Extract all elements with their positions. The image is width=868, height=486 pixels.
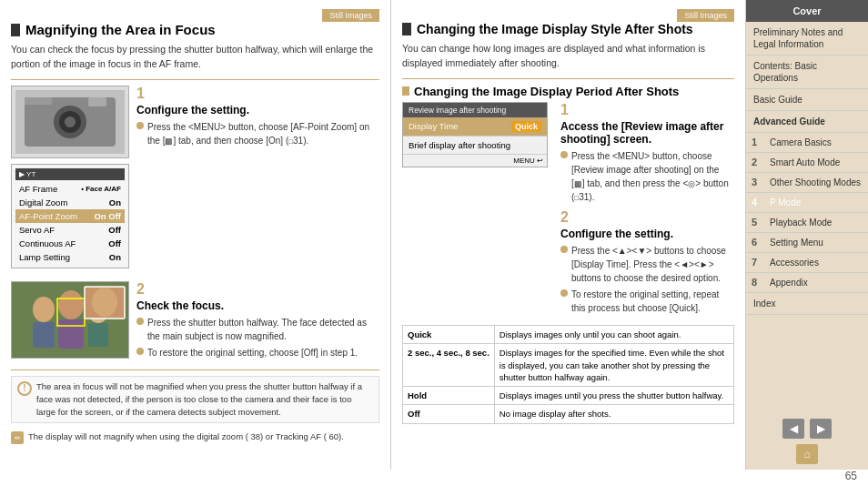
bullet-circle xyxy=(136,122,144,129)
sidebar-cover[interactable]: Cover xyxy=(746,0,868,22)
note-icon: ✏ xyxy=(11,431,24,444)
note-text: The display will not magnify when using … xyxy=(28,430,344,443)
step1-bullet1: Press the <MENU> button, choose [AF-Poin… xyxy=(136,120,379,148)
svg-rect-5 xyxy=(88,97,106,106)
main-content: Still Images Magnifying the Area in Focu… xyxy=(0,0,868,486)
right-step1-bullet-text: Press the <MENU> button, choose [Review … xyxy=(571,149,734,205)
warning-box: ! The area in focus will not be magnifie… xyxy=(11,376,379,424)
bullet-circle-r2b xyxy=(560,289,568,297)
right-menu-footer: MENU ↩ xyxy=(403,155,547,167)
right-subsection-title: Changing the Image Display Period After … xyxy=(402,85,734,98)
sidebar-item-basic[interactable]: Basic Guide xyxy=(746,89,868,111)
bullet-circle-r2a xyxy=(560,246,568,253)
table-row: Quick Displays images only until you can… xyxy=(403,326,734,344)
step2-content: 2 Check the focus. Press the shutter but… xyxy=(136,281,379,362)
sidebar: Cover Preliminary Notes and Legal Inform… xyxy=(745,0,868,470)
bullet-circle-2a xyxy=(136,318,144,325)
step2-bullet1: Press the shutter button halfway. The fa… xyxy=(136,316,379,343)
step2-bullet2-text: To restore the original setting, choose … xyxy=(147,346,358,359)
table-row: Off No image display after shots. xyxy=(403,405,734,423)
right-column: Still Images Changing the Image Display … xyxy=(391,0,745,470)
svg-point-16 xyxy=(92,288,117,317)
step1-content: 1 Configure the setting. Press the <MENU… xyxy=(136,86,379,274)
bullet-circle-2b xyxy=(136,348,144,355)
table-key: Hold xyxy=(403,387,495,405)
step2-bullet2: To restore the original setting, choose … xyxy=(136,346,379,359)
right-step2-bullet1: Press the <▲><▼> buttons to choose [Disp… xyxy=(560,244,734,285)
prev-button[interactable]: ◀ xyxy=(782,419,804,439)
warning-icon: ! xyxy=(17,381,32,396)
sidebar-item-prelim[interactable]: Preliminary Notes and Legal Information xyxy=(746,22,868,56)
menu-row-afpointzoom: AF-Point Zoom On Off xyxy=(15,209,125,223)
step1-number: 1 xyxy=(136,86,379,102)
sidebar-item-contents[interactable]: Contents: Basic Operations xyxy=(746,56,868,89)
right-menu-row2: Brief display after shooting xyxy=(403,137,547,155)
table-row: Hold Displays images until you press the… xyxy=(403,387,734,405)
table-key: Quick xyxy=(403,326,495,344)
svg-point-10 xyxy=(58,290,84,319)
table-value: Displays images for the specified time. … xyxy=(494,344,733,387)
svg-rect-6 xyxy=(25,97,52,105)
sidebar-item-p-mode[interactable]: 4 P Mode xyxy=(746,193,868,213)
sidebar-item-index[interactable]: Index xyxy=(746,293,868,315)
divider-warning xyxy=(11,370,379,370)
table-key: 2 sec., 4 sec., 8 sec. xyxy=(403,344,495,387)
divider-top xyxy=(11,79,379,80)
right-section-title: Changing the Image Display Style After S… xyxy=(402,22,734,36)
section-title-icon xyxy=(11,24,20,36)
home-button[interactable]: ⌂ xyxy=(796,444,818,464)
right-menu-row1: Display Time Quick xyxy=(403,117,547,137)
note-box: ✏ The display will not magnify when usin… xyxy=(11,427,379,448)
people-image xyxy=(11,281,129,362)
sidebar-item-other-shooting[interactable]: 3 Other Shooting Modes xyxy=(746,173,868,193)
svg-rect-13 xyxy=(88,323,108,347)
step1-title: Configure the setting. xyxy=(136,104,379,116)
sidebar-item-playback[interactable]: 5 Playback Mode xyxy=(746,213,868,233)
right-divider-top xyxy=(402,78,734,79)
right-title: Changing the Image Display Style After S… xyxy=(417,22,693,36)
step1-bullet-text: Press the <MENU> button, choose [AF-Poin… xyxy=(147,120,379,148)
bullet-circle-r1 xyxy=(560,151,568,158)
menu-row-servoaf: Servo AF Off xyxy=(15,223,125,237)
table-value: Displays images until you press the shut… xyxy=(494,387,733,405)
right-step2-bullet2-text: To restore the original setting, repeat … xyxy=(571,288,734,315)
table-value: No image display after shots. xyxy=(494,405,733,423)
left-column: Still Images Magnifying the Area in Focu… xyxy=(0,0,391,470)
svg-rect-9 xyxy=(33,322,55,348)
next-button[interactable]: ▶ xyxy=(810,419,832,439)
sidebar-item-accessories[interactable]: 7 Accessories xyxy=(746,253,868,273)
sidebar-nav: ◀ ▶ xyxy=(746,413,868,444)
warning-text: The area in focus will not be magnified … xyxy=(36,380,373,420)
sidebar-item-setting-menu[interactable]: 6 Setting Menu xyxy=(746,233,868,253)
right-step2-bullet2: To restore the original setting, repeat … xyxy=(560,288,734,315)
info-table: Quick Displays images only until you can… xyxy=(402,325,734,424)
sidebar-item-camera-basics[interactable]: 1 Camera Basics xyxy=(746,133,868,153)
still-images-badge-right: Still Images xyxy=(677,9,734,22)
right-section-icon xyxy=(402,23,411,35)
right-menu-area: Review image after shooting Display Time… xyxy=(402,102,548,319)
menu-screenshot: ▶ YT AF Frame • Face A/AF Digital Zoom O… xyxy=(11,164,129,268)
step2-number: 2 xyxy=(136,281,379,298)
menu-row-afframe: AF Frame • Face A/AF xyxy=(15,182,125,196)
menu-row-digitalzoom: Digital Zoom On xyxy=(15,196,125,209)
table-key: Off xyxy=(403,405,495,423)
svg-point-4 xyxy=(65,116,76,127)
left-title: Magnifying the Area in Focus xyxy=(25,22,216,37)
svg-point-8 xyxy=(33,297,55,322)
right-step2-bullet1-text: Press the <▲><▼> buttons to choose [Disp… xyxy=(571,244,734,285)
step2-title: Check the focus. xyxy=(136,299,379,312)
svg-rect-11 xyxy=(58,319,84,349)
table-row: 2 sec., 4 sec., 8 sec. Displays images f… xyxy=(403,344,734,387)
right-step1-bullet: Press the <MENU> button, choose [Review … xyxy=(560,149,734,205)
sidebar-spacer xyxy=(746,315,868,413)
sidebar-item-appendix[interactable]: 8 Appendix xyxy=(746,273,868,293)
right-step1-number: 1 xyxy=(560,102,734,118)
sidebar-item-advanced[interactable]: Advanced Guide xyxy=(746,111,868,133)
right-menu-screenshot: Review image after shooting Display Time… xyxy=(402,102,548,167)
subsection-icon xyxy=(402,86,409,96)
right-intro: You can change how long images are displ… xyxy=(402,42,734,71)
left-intro: You can check the focus by pressing the … xyxy=(11,43,379,72)
right-menu-header: Review image after shooting xyxy=(403,103,547,117)
table-value: Displays images only until you can shoot… xyxy=(494,326,733,344)
sidebar-item-smart-auto[interactable]: 2 Smart Auto Mode xyxy=(746,153,868,173)
